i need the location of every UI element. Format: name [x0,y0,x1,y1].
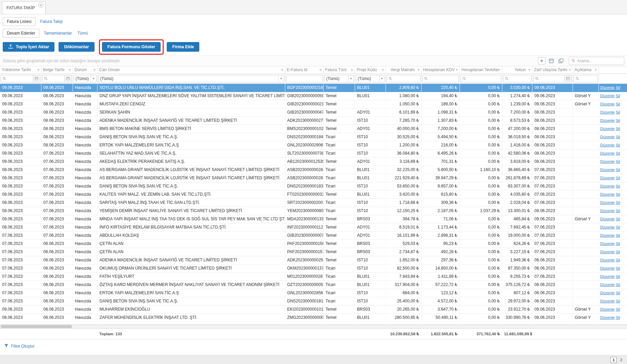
column-header-proje-kodu[interactable]: Proje Kodu [355,66,386,74]
filter-icon[interactable] [594,68,598,72]
filter-input-belge-tarihi[interactable] [48,76,64,81]
invoice-row[interactable]: 07.06.202306.06.2023HavuzdaÖZTAŞ KARO ME… [0,281,627,289]
invoice-row[interactable]: 08.06.202307.06.2023HavuzdaAS BERGAMA GR… [0,174,627,182]
delete-link[interactable]: Sil [616,233,620,237]
group-by-panel[interactable]: Sütuna göre gruplamak için bir sütun baş… [0,55,627,66]
delete-link[interactable]: Sil [616,159,620,164]
filter-create-link[interactable]: Filtre Oluştur [0,339,627,353]
edit-link[interactable]: Düzenle [600,307,615,311]
delete-link[interactable]: Sil [616,110,620,114]
calendar-button-zarf-ulasma-tarihi[interactable] [564,75,572,82]
calendar-button-belge-tarihi[interactable] [64,75,72,82]
delete-link[interactable]: Sil [616,200,620,205]
delete-link[interactable]: Sil [616,151,620,155]
filter-input-zarf-ulasma-tarihi[interactable] [539,76,564,81]
filter-select-fatura-turu[interactable]: (Tümü)▾ [324,75,354,82]
column-chooser-icon[interactable] [557,57,565,65]
filter-select-durum[interactable]: (Tümü)▾ [74,75,97,82]
column-header-fatura-turu[interactable]: Fatura Türü [323,66,355,74]
show-invoice-form-button[interactable]: Fatura Formunu Göster [102,42,161,52]
edit-link[interactable]: Düzenle [600,266,615,270]
edit-link[interactable]: Düzenle [600,86,615,90]
column-header-belge-tarihi[interactable]: Belge Tarihi [41,66,73,74]
delete-link[interactable]: Sil [616,250,620,254]
edit-link[interactable]: Düzenle [600,176,615,180]
invoice-row[interactable]: 07.06.202306.06.2023HavuzdaDANIŞ BETON S… [0,297,627,305]
delete-link[interactable]: Sil [616,315,620,320]
edit-link[interactable]: Düzenle [600,315,615,320]
delete-link[interactable]: Sil [616,184,620,188]
document-tab-fatura-takip[interactable]: FATURA TAKİP [2,1,46,14]
edit-link[interactable]: Düzenle [600,184,615,188]
edit-link[interactable]: Düzenle [600,283,615,287]
filter-input-yuklenme-tarihi[interactable] [7,76,33,81]
delete-link[interactable]: Sil [616,283,620,287]
delete-link[interactable]: Sil [616,266,620,270]
edit-link[interactable]: Düzenle [600,192,615,196]
filter-input-vergi-matrahi[interactable] [393,76,420,81]
chevron-down-icon[interactable]: ▾ [379,75,385,82]
edit-link[interactable]: Düzenle [600,127,615,131]
invoice-row[interactable]: 09.06.202308.06.2023HavuzdaBMS BETON MAK… [0,125,627,133]
invoice-row[interactable]: 08.06.202307.06.2023HavuzdaYEMİŞEN DEMİR… [0,207,627,215]
invoice-row[interactable]: 07.06.202307.06.2023HavuzdaABDULLAH KOLD… [0,231,627,239]
invoice-row[interactable]: 07.06.202306.06.2023HavuzdaÇETİN ALANPAF… [0,239,627,248]
delete-link[interactable]: Sil [616,291,620,295]
add-icon[interactable]: + [538,57,546,65]
column-header-vergi-matrahi[interactable]: Vergi Matrahı [386,66,421,74]
invoice-row[interactable]: 09.06.202308.06.2023HavuzdaMUSTAFA ZEKİ … [0,100,627,108]
tab-devam-edenler[interactable]: Devam Edenler [3,29,39,38]
horizontal-scrollbar[interactable] [0,324,627,328]
invoice-row[interactable]: 08.06.202306.06.2023HavuzdaZAFER MÜHENDİ… [0,313,627,322]
invoice-row[interactable]: 09.06.202308.06.2023HavuzdaDANIŞ BETON S… [0,133,627,141]
filter-input-hesaplanan-tevkifat[interactable] [467,76,501,81]
delete-link[interactable]: Sil [616,168,620,172]
filter-icon[interactable] [498,68,501,72]
delete-link[interactable]: Sil [616,86,620,90]
search-input[interactable] [577,58,622,63]
edit-link[interactable]: Düzenle [600,274,615,278]
filter-input-hesaplanan-kdv[interactable] [428,76,459,81]
edit-link[interactable]: Düzenle [600,151,615,155]
edit-link[interactable]: Düzenle [600,233,615,237]
edit-link[interactable]: Düzenle [600,200,615,205]
delete-link[interactable]: Sil [616,307,620,311]
invoice-row[interactable]: 09.06.202309.06.2023HavuzdaSOYLU BOLU UN… [0,83,627,92]
filter-icon[interactable] [280,68,284,72]
filter-select-proje-kodu[interactable]: (Tümü)▾ [356,75,385,82]
invoice-row[interactable]: 09.06.202306.06.2023HavuzdaMUHARREM EKİN… [0,305,627,313]
invoice-row[interactable]: 09.06.202307.06.2023HavuzdaAKEDAŞ ELEKTR… [0,157,627,166]
edit-link[interactable]: Düzenle [600,102,615,106]
delete-link[interactable]: Sil [616,127,620,131]
edit-link[interactable]: Düzenle [600,168,615,172]
tab-tumu[interactable]: Tümü [76,29,89,37]
delete-link[interactable]: Sil [616,274,620,278]
filter-icon[interactable] [455,68,459,72]
invoice-row[interactable]: 07.06.202306.06.2023HavuzdaÇETİN ALANPAF… [0,248,627,256]
edit-link[interactable]: Düzenle [600,110,615,114]
delete-link[interactable]: Sil [616,135,620,139]
invoice-row[interactable]: 07.06.202306.06.2023HavuzdaERTOK YAPI MA… [0,289,627,297]
filter-icon[interactable] [68,68,72,72]
column-header-hesaplanan-tevkifat[interactable]: Hesaplanan Tevkifat [460,66,502,74]
chevron-down-icon[interactable]: ▾ [348,75,354,82]
page-button-2[interactable]: 2 [618,357,624,363]
delete-link[interactable]: Sil [616,176,620,180]
filter-icon[interactable] [528,68,531,72]
edit-link[interactable]: Düzenle [600,299,615,303]
column-header-durum[interactable]: Durum [73,66,97,74]
column-header-yekun[interactable]: Yekun [502,66,532,74]
delete-link[interactable]: Sil [616,258,620,262]
page-button-1[interactable]: 1 [611,357,617,363]
tab-tamamlananlar[interactable]: Tamamlananlar [43,29,73,37]
invoice-row[interactable]: 09.06.202308.06.2023HavuzdaERTOK YAPI MA… [0,141,627,149]
delete-link[interactable]: Sil [616,102,620,106]
card-view-icon[interactable] [548,57,555,65]
filter-icon[interactable] [417,68,420,72]
tab-fatura-listesi[interactable]: Fatura Listesi [3,17,36,26]
invoice-row[interactable]: 07.06.202306.06.2023HavuzdaFATİH YEŞİLYU… [0,272,627,281]
filter-icon[interactable] [93,68,96,72]
invoice-row[interactable]: 09.06.202307.06.2023HavuzdaSELAHATTİN YA… [0,149,627,157]
edit-link[interactable]: Düzenle [600,94,615,98]
column-header-cari-unvan[interactable]: Cari Ünvan [97,66,285,74]
